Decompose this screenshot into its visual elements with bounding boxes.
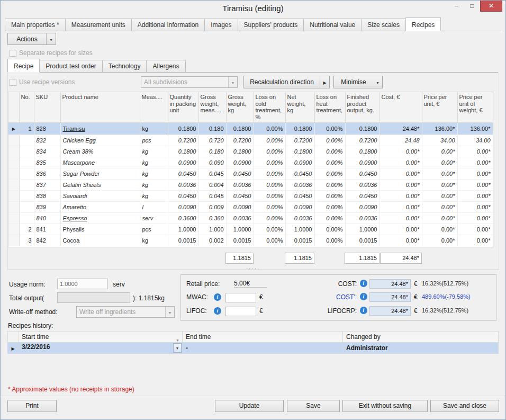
grid-column-header[interactable]: Loss on cold treatment, % xyxy=(254,92,285,122)
row-indicator-cell xyxy=(8,179,19,190)
grid-cell: 0.00% xyxy=(254,212,285,224)
grid-column-header[interactable]: No. xyxy=(19,92,34,122)
save-button[interactable]: Save xyxy=(287,400,340,412)
lifocrp-currency: € xyxy=(414,307,418,315)
grid-row[interactable]: 838Savoiardikg0.04500.0450.04500.00%0.04… xyxy=(8,190,493,201)
row-indicator-cell xyxy=(8,201,19,212)
grid-row[interactable]: 835Mascarponekg0.09000.0900.09000.00%0.0… xyxy=(8,157,493,168)
grid-cell: 0.00* xyxy=(457,179,493,190)
grid-cell[interactable]: Espresso xyxy=(60,212,140,224)
grid-cell: 1.0000 xyxy=(285,224,314,235)
info-icon[interactable] xyxy=(360,293,367,300)
usage-norm-input[interactable] xyxy=(57,279,108,289)
grid-cell: 0.0900 xyxy=(345,157,380,168)
total-output-input[interactable] xyxy=(57,292,130,303)
subdivision-select[interactable]: All subdivisions xyxy=(141,76,238,88)
separate-recipes-checkbox[interactable]: Separate recipes for sizes xyxy=(10,49,93,57)
grid-column-header[interactable]: Gross weight, kg xyxy=(226,92,254,122)
grid-cell: 840 xyxy=(34,212,60,224)
grid-row[interactable]: 840Espressoserv0.36000.3600.00360.00%0.0… xyxy=(8,212,493,224)
grid-cell: Savoiardi xyxy=(60,190,140,201)
grid-row[interactable]: 3842Cocoakg0.00150.0020.00150.00%0.00150… xyxy=(8,235,493,246)
grid-cell: 0.00% xyxy=(314,168,345,179)
history-column-changed-by[interactable]: Changed by xyxy=(343,332,499,343)
recalculation-direction-button[interactable]: Recalculation direction xyxy=(243,76,330,88)
tab-nutritional-value[interactable]: Nutritional value xyxy=(303,19,362,31)
use-recipe-versions-checkbox[interactable]: Use recipe versions xyxy=(10,78,75,86)
grid-row[interactable]: 2841Physalispcs1.00001.0001.00000.00%1.0… xyxy=(8,224,493,235)
mwac-input[interactable] xyxy=(225,293,256,302)
grid-row[interactable]: 834Cream 38%kg0.18000.1800.18000.00%0.18… xyxy=(8,146,493,157)
grid-cell: 0.0015 xyxy=(168,235,198,246)
subtab-recipe[interactable]: Recipe xyxy=(7,59,40,73)
history-row[interactable]: ▶ 3/22/2016 - Administrator xyxy=(8,343,499,354)
grid-column-header[interactable]: Gross weight, meas.... xyxy=(198,92,226,122)
app-window: Tiramisu (editing) – □ ✕ Main properties… xyxy=(0,0,506,420)
history-column-end-time[interactable]: End time xyxy=(183,332,343,343)
history-start-time-cell[interactable]: 3/22/2016 xyxy=(19,343,183,354)
grid-cell: 0.00* xyxy=(457,146,493,157)
grid-cell: 0.00* xyxy=(380,190,422,201)
grid-cell: 0.0450 xyxy=(285,168,314,179)
info-icon[interactable] xyxy=(214,307,221,315)
tab-measurement-units[interactable]: Measurement units xyxy=(65,19,132,31)
actions-button[interactable]: Actions xyxy=(7,33,56,45)
chevron-down-icon xyxy=(168,308,172,316)
update-button[interactable]: Update xyxy=(215,400,284,412)
grid-column-header[interactable]: Quantity in packing unit xyxy=(168,92,198,122)
print-button[interactable]: Print xyxy=(7,400,57,412)
grid-column-header[interactable]: Price per unit of weight, € xyxy=(457,92,493,122)
grid-cell xyxy=(19,212,34,224)
maximize-button[interactable]: □ xyxy=(464,1,480,12)
minimize-button[interactable]: – xyxy=(448,1,464,12)
writeoff-method-select[interactable]: Write off ingredients xyxy=(76,306,175,318)
history-column-start-time[interactable]: Start time xyxy=(19,332,183,343)
grid-cell: 0.009 xyxy=(198,201,226,212)
lifoc-input[interactable] xyxy=(225,307,256,316)
info-icon[interactable] xyxy=(214,293,221,301)
info-icon[interactable] xyxy=(360,280,367,287)
close-button[interactable]: ✕ xyxy=(480,1,502,12)
grid-column-header[interactable]: Net weight, kg xyxy=(285,92,314,122)
grid-column-header[interactable]: Loss on heat treatment, xyxy=(314,92,345,122)
subtab-product-test-order[interactable]: Product test order xyxy=(39,60,102,72)
subtab-technology[interactable]: Technology xyxy=(102,60,147,72)
grid-row[interactable]: 836Sugar Powderkg0.04500.0450.04500.00%0… xyxy=(8,168,493,179)
grid-column-header[interactable]: Meas.... xyxy=(140,92,168,122)
tab-suppliers-products[interactable]: Suppliers' products xyxy=(238,19,304,31)
grid-column-header[interactable]: Cost, € xyxy=(380,92,422,122)
history-date-dropdown[interactable] xyxy=(173,343,182,353)
grid-column-header[interactable]: SKU xyxy=(34,92,60,122)
recipes-history-label: Recipes history: xyxy=(8,322,53,329)
tab-images[interactable]: Images xyxy=(204,19,238,31)
titlebar: Tiramisu (editing) – □ ✕ xyxy=(1,1,505,16)
cost-value: 24.48* xyxy=(369,279,411,289)
grid-cell: 0.00* xyxy=(380,235,422,246)
tab-recipes[interactable]: Recipes xyxy=(405,17,441,31)
grid-row[interactable]: 837Gelatin Sheetskg0.00360.0040.00360.00… xyxy=(8,179,493,190)
grid-cell: Amaretto xyxy=(60,201,140,212)
tab-size-scales[interactable]: Size scales xyxy=(361,19,406,31)
grid-row[interactable]: 832Chicken Eggpcs0.72000.7200.72000.00%0… xyxy=(8,135,493,146)
grid-cell: pcs xyxy=(140,135,168,146)
tab-main-properties[interactable]: Main properties * xyxy=(5,19,66,31)
splitter-handle[interactable] xyxy=(1,266,505,271)
exit-without-saving-button[interactable]: Exit without saving xyxy=(342,400,428,412)
save-and-close-button[interactable]: Save and close xyxy=(430,400,499,412)
grid-cell: 1.0000 xyxy=(168,224,198,235)
info-icon[interactable] xyxy=(360,307,367,314)
grid-row[interactable]: 839Amarettol0.00900.0090.00900.00%0.0090… xyxy=(8,201,493,212)
tab-additional-information[interactable]: Additional information xyxy=(131,19,205,31)
grid-cell: 0.1800 xyxy=(226,146,254,157)
grid-cell: kg xyxy=(140,190,168,201)
grid-cell: 0.7200 xyxy=(226,135,254,146)
grid-column-header[interactable]: Product name xyxy=(60,92,140,122)
minimise-button[interactable]: Minimise xyxy=(333,76,383,88)
grid-row[interactable]: ▶1828Tiramisukg0.18000.1800.18000.00%0.1… xyxy=(8,122,493,135)
grid-cell[interactable]: Tiramisu xyxy=(60,122,140,135)
grid-cell: 0.0036 xyxy=(285,212,314,224)
grid-column-header[interactable]: Finished product output, kg. xyxy=(345,92,380,122)
subtab-allergens[interactable]: Allergens xyxy=(146,60,185,72)
grid-cell xyxy=(19,157,34,168)
grid-column-header[interactable]: Price per unit, € xyxy=(422,92,457,122)
